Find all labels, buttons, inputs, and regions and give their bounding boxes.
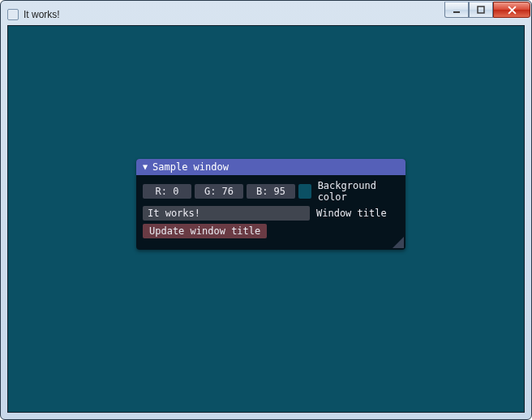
maximize-button[interactable] (469, 2, 493, 18)
imgui-panel[interactable]: ▼ Sample window R: 0 G: 76 B: 95 Backgro… (136, 159, 405, 250)
collapse-icon: ▼ (143, 163, 148, 171)
rgb-field-label: Background color (318, 180, 399, 203)
client-area: ▼ Sample window R: 0 G: 76 B: 95 Backgro… (7, 25, 525, 413)
panel-header[interactable]: ▼ Sample window (136, 159, 405, 175)
r-slider[interactable]: R: 0 (143, 184, 191, 199)
resize-grip-icon[interactable] (393, 237, 404, 248)
b-slider[interactable]: B: 95 (247, 184, 295, 199)
title-input-label: Window title (316, 208, 387, 219)
color-swatch[interactable] (298, 184, 311, 199)
maximize-icon (477, 6, 485, 14)
os-window-frame: It works! ▼ Sample window R: 0 G: 76 B: … (0, 0, 532, 420)
minimize-button[interactable] (444, 2, 469, 18)
window-title: It works! (24, 9, 60, 20)
app-icon (7, 9, 19, 20)
title-input-row: It works! Window title (143, 206, 399, 221)
update-title-button[interactable]: Update window title (143, 224, 267, 238)
g-slider[interactable]: G: 76 (195, 184, 243, 199)
svg-rect-1 (478, 6, 484, 13)
panel-body: R: 0 G: 76 B: 95 Background color It wor… (136, 175, 405, 250)
close-icon (508, 6, 517, 15)
close-button[interactable] (493, 2, 530, 18)
button-row: Update window title (143, 224, 399, 238)
title-input[interactable]: It works! (143, 206, 310, 221)
svg-rect-0 (453, 11, 460, 13)
minimize-icon (453, 6, 461, 14)
rgb-row: R: 0 G: 76 B: 95 Background color (143, 180, 399, 203)
panel-title: Sample window (152, 161, 229, 173)
window-controls (444, 2, 530, 18)
